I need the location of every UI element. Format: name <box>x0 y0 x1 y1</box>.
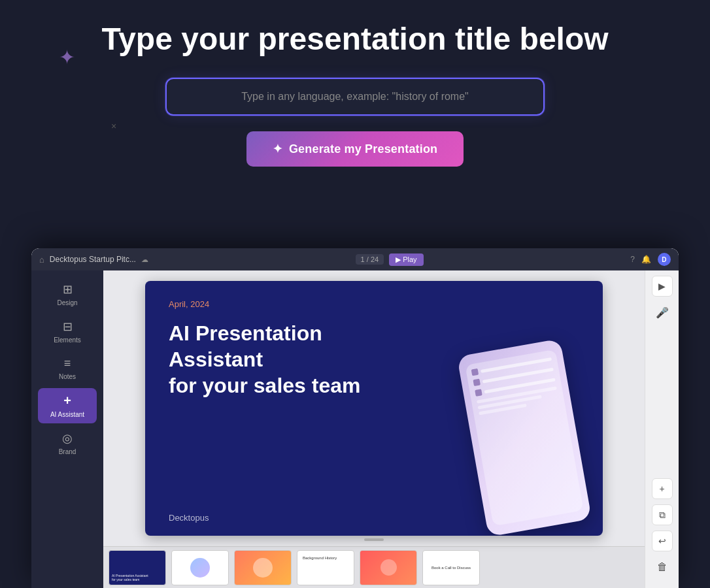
star-decoration-icon: ✦ <box>59 46 75 69</box>
slide-main: April, 2024 AI Presentation Assistant fo… <box>103 270 645 546</box>
design-icon: ⊞ <box>63 282 73 297</box>
slide-date: April, 2024 <box>169 299 209 309</box>
thumbnail-strip: AI Presentation Assistantfor your sales … <box>103 546 645 588</box>
right-panel: ▶ 🎤 + ⧉ ↩ 🗑 <box>645 270 679 588</box>
slide-canvas: April, 2024 AI Presentation Assistant fo… <box>103 270 645 588</box>
search-input-wrapper <box>165 78 545 116</box>
sidebar-label-notes: Notes <box>59 373 76 380</box>
generate-button-label: Generate my Presentation <box>289 142 437 156</box>
thumbnail-6[interactable]: Book a Call to Discuss <box>422 550 480 585</box>
generate-button[interactable]: ✦ Generate my Presentation <box>246 131 464 167</box>
slide-title-line1: AI Presentation Assistant <box>169 320 391 372</box>
sidebar-label-brand: Brand <box>59 448 76 455</box>
slide-brand: Decktopus <box>169 513 209 523</box>
thumbnail-3[interactable] <box>234 550 292 585</box>
slide-illustration <box>433 320 590 529</box>
top-section: Type your presentation title below ✦ × ✦… <box>0 0 710 167</box>
slide-title-text: AI Presentation Assistant for your sales… <box>169 320 391 399</box>
play-slide-button[interactable]: ▶ <box>652 276 673 297</box>
slide-title-line2: for your sales team <box>169 372 391 399</box>
thumbnail-5[interactable] <box>360 550 417 585</box>
thumb-4-text: Background History <box>300 553 351 563</box>
avatar[interactable]: D <box>658 253 671 266</box>
thumbnail-2[interactable] <box>171 550 229 585</box>
thumbnail-1[interactable]: AI Presentation Assistantfor your sales … <box>109 550 166 585</box>
home-icon[interactable]: ⌂ <box>39 255 44 265</box>
thumbnail-4[interactable]: Background History <box>297 550 354 585</box>
add-element-button[interactable]: + <box>652 478 673 499</box>
editor-area: ⊞ Design ⊟ Elements ≡ Notes + AI Assista… <box>31 270 679 588</box>
left-sidebar: ⊞ Design ⊟ Elements ≡ Notes + AI Assista… <box>31 270 103 588</box>
play-button-label: ▶ Play <box>396 255 416 264</box>
slide-date-month: April, <box>169 299 188 309</box>
delete-icon[interactable]: 🗑 <box>652 557 673 578</box>
window-titlebar: ⌂ Decktopus Startup Pitc... ☁ 1 / 24 ▶ P… <box>31 248 679 270</box>
sidebar-item-design[interactable]: ⊞ Design <box>38 277 97 312</box>
sparkle-icon: ✦ <box>273 142 282 156</box>
phone-screen <box>465 350 583 527</box>
sidebar-item-elements[interactable]: ⊟ Elements <box>38 314 97 349</box>
x-decoration: × <box>111 121 116 131</box>
slide-date-year: 2024 <box>190 299 209 309</box>
slide-frame[interactable]: April, 2024 AI Presentation Assistant fo… <box>145 281 603 536</box>
slide-counter: 1 / 24 <box>356 254 384 265</box>
brand-icon: ◎ <box>62 431 73 446</box>
help-icon[interactable]: ? <box>630 255 635 264</box>
titlebar-left: ⌂ Decktopus Startup Pitc... ☁ <box>39 255 148 265</box>
sidebar-item-notes[interactable]: ≡ Notes <box>38 351 97 385</box>
titlebar-center: 1 / 24 ▶ Play <box>356 253 424 266</box>
play-button[interactable]: ▶ Play <box>389 253 423 266</box>
ai-assistant-icon: + <box>63 393 71 408</box>
right-panel-bottom: + ⧉ ↩ 🗑 <box>652 478 673 583</box>
app-window: ⌂ Decktopus Startup Pitc... ☁ 1 / 24 ▶ P… <box>31 248 679 588</box>
sidebar-label-design: Design <box>57 299 77 306</box>
tab-title: Decktopus Startup Pitc... <box>50 255 136 264</box>
cloud-icon: ☁ <box>141 255 148 264</box>
notes-icon: ≡ <box>64 357 71 370</box>
thumb-6-text: Book a Call to Discuss <box>429 563 473 572</box>
bell-icon[interactable]: 🔔 <box>641 255 651 264</box>
page-title: Type your presentation title below <box>101 21 608 57</box>
sidebar-label-ai-assistant: AI Assistant <box>50 411 84 418</box>
sidebar-item-ai-assistant[interactable]: + AI Assistant <box>38 388 97 423</box>
phone-shape <box>457 338 592 536</box>
titlebar-right: ? 🔔 D <box>630 253 671 266</box>
presentation-title-input[interactable] <box>165 78 545 116</box>
undo-button[interactable]: ↩ <box>652 531 673 551</box>
thumb-1-text: AI Presentation Assistantfor your sales … <box>112 574 148 582</box>
mic-icon[interactable]: 🎤 <box>652 302 673 323</box>
elements-icon: ⊟ <box>63 319 73 334</box>
sidebar-item-brand[interactable]: ◎ Brand <box>38 426 97 461</box>
sidebar-label-elements: Elements <box>54 336 81 344</box>
scroll-hint <box>364 538 384 541</box>
duplicate-button[interactable]: ⧉ <box>652 504 673 525</box>
